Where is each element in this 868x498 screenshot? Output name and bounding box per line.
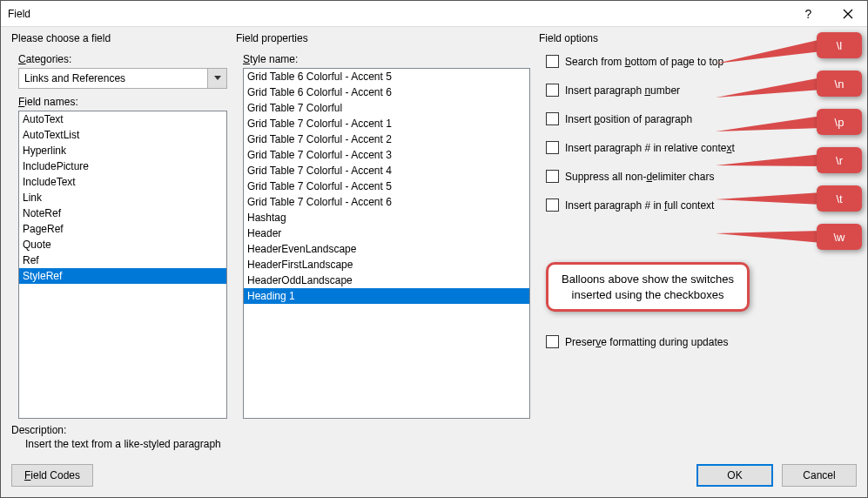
list-item[interactable]: Ref xyxy=(19,252,226,268)
list-item[interactable]: AutoTextList xyxy=(19,127,226,143)
cancel-button[interactable]: Cancel xyxy=(782,464,857,487)
description-label: Description: xyxy=(11,424,857,436)
list-item[interactable]: Grid Table 7 Colorful - Accent 3 xyxy=(244,147,529,163)
svg-marker-3 xyxy=(716,39,822,64)
list-item[interactable]: IncludeText xyxy=(19,174,226,190)
style-name-listbox[interactable]: Grid Table 6 Colorful - Accent 5Grid Tab… xyxy=(243,68,530,419)
categories-label: Categories: xyxy=(18,53,227,65)
list-item[interactable]: Link xyxy=(19,190,226,205)
list-item[interactable]: Quote xyxy=(19,237,226,252)
balloon-tail-icon xyxy=(709,184,831,222)
switch-balloon: \r xyxy=(817,147,862,173)
option-label: Insert paragraph number xyxy=(565,84,680,97)
switch-balloon: \w xyxy=(817,224,862,250)
list-item[interactable]: Grid Table 7 Colorful - Accent 1 xyxy=(244,116,529,131)
option-checkbox[interactable] xyxy=(546,199,559,212)
list-item[interactable]: NoteRef xyxy=(19,205,226,221)
list-item[interactable]: StyleRef xyxy=(19,268,226,284)
balloon-tail-icon xyxy=(709,145,831,184)
style-name-label: Style name: xyxy=(243,53,530,65)
ok-button[interactable]: OK xyxy=(696,464,773,487)
switch-balloon: \n xyxy=(817,71,862,97)
option-label: Insert position of paragraph xyxy=(565,113,692,125)
field-properties-column: Field properties Style name: Grid Table … xyxy=(236,32,530,419)
button-row: Field Codes OK Cancel xyxy=(1,452,867,497)
svg-marker-4 xyxy=(716,77,822,98)
balloon-tail-icon xyxy=(709,107,831,145)
balloon-tail-icon xyxy=(709,69,831,107)
list-item[interactable]: PageRef xyxy=(19,221,226,237)
switch-balloon: \t xyxy=(817,185,862,212)
preserve-formatting-checkbox[interactable] xyxy=(546,335,559,348)
option-checkbox[interactable] xyxy=(546,112,559,125)
list-item[interactable]: IncludePicture xyxy=(19,158,226,174)
field-names-label: Field names: xyxy=(18,96,227,108)
close-icon xyxy=(843,9,853,19)
switch-balloon: \p xyxy=(817,109,862,135)
svg-marker-2 xyxy=(214,76,221,80)
option-label: Insert paragraph # in full context xyxy=(565,199,714,212)
choose-field-label: Please choose a field xyxy=(11,32,227,44)
option-label: Suppress all non-delimiter chars xyxy=(565,171,714,183)
list-item[interactable]: Header xyxy=(244,225,529,241)
dialog-title: Field xyxy=(1,8,789,20)
field-dialog: Field ? Please choose a field Categories… xyxy=(0,0,868,498)
list-item[interactable]: Grid Table 7 Colorful - Accent 4 xyxy=(244,163,529,178)
option-checkbox[interactable] xyxy=(546,141,559,154)
list-item[interactable]: HeaderOddLandscape xyxy=(244,273,529,288)
list-item[interactable]: Grid Table 6 Colorful - Accent 6 xyxy=(244,84,529,100)
list-item[interactable]: Hashtag xyxy=(244,210,529,225)
list-item[interactable]: Grid Table 7 Colorful - Accent 5 xyxy=(244,178,529,194)
svg-marker-5 xyxy=(716,116,822,131)
field-codes-button[interactable]: Field Codes xyxy=(11,464,93,487)
option-checkbox[interactable] xyxy=(546,170,559,183)
option-checkbox[interactable] xyxy=(546,84,559,97)
list-item[interactable]: HeaderFirstLandscape xyxy=(244,257,529,273)
list-item[interactable]: AutoText xyxy=(19,111,226,127)
list-item[interactable]: Grid Table 6 Colorful - Accent 5 xyxy=(244,69,529,84)
option-label: Search from bottom of page to top xyxy=(565,56,723,68)
switch-balloon: \l xyxy=(817,32,862,58)
list-item[interactable]: Grid Table 7 Colorful - Accent 2 xyxy=(244,131,529,147)
field-names-listbox[interactable]: AutoTextAutoTextListHyperlinkIncludePict… xyxy=(18,111,227,419)
option-checkbox[interactable] xyxy=(546,55,559,68)
categories-value: Links and References xyxy=(19,72,207,84)
list-item[interactable]: Grid Table 7 Colorful - Accent 6 xyxy=(244,194,529,210)
choose-field-column: Please choose a field Categories: Links … xyxy=(11,32,227,419)
dialog-content: Please choose a field Categories: Links … xyxy=(1,27,867,419)
list-item[interactable]: HeaderEvenLandscape xyxy=(244,241,529,257)
field-properties-label: Field properties xyxy=(236,32,530,44)
titlebar: Field ? xyxy=(1,1,867,27)
preserve-formatting-label: Preserve formatting during updates xyxy=(565,336,728,348)
balloon-tail-icon xyxy=(709,30,831,69)
description-section: Description: Insert the text from a like… xyxy=(1,419,867,452)
list-item[interactable]: Grid Table 7 Colorful xyxy=(244,100,529,116)
field-options-column: Field options Search from bottom of page… xyxy=(539,32,857,419)
list-item[interactable]: Hyperlink xyxy=(19,143,226,158)
annotation-infobox: Balloons above show the switches inserte… xyxy=(546,262,750,312)
help-button[interactable]: ? xyxy=(789,1,828,27)
balloon-tail-icon xyxy=(709,222,831,260)
svg-marker-6 xyxy=(716,154,822,166)
categories-dropdown[interactable]: Links and References xyxy=(18,68,227,89)
dropdown-arrow-icon xyxy=(207,69,226,88)
list-item[interactable]: Heading 1 xyxy=(244,288,529,304)
preserve-formatting-row: Preserve formatting during updates xyxy=(546,335,857,348)
close-button[interactable] xyxy=(828,1,867,27)
description-text: Insert the text from a like-styled parag… xyxy=(11,436,857,450)
svg-marker-8 xyxy=(716,231,822,243)
svg-marker-7 xyxy=(716,192,822,205)
